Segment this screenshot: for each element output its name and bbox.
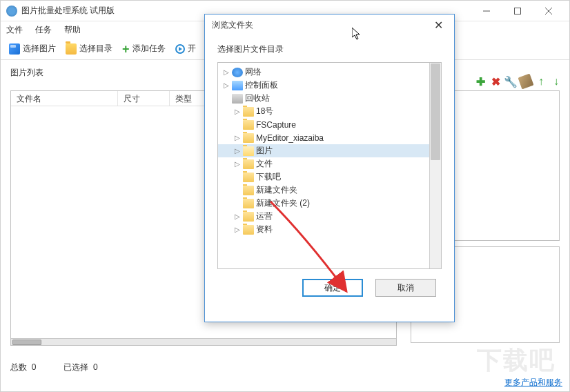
tree-item-9[interactable]: 新建文件夹 bbox=[218, 184, 441, 197]
tree-item-10[interactable]: 新建文件夹 (2) bbox=[218, 197, 441, 210]
app-icon bbox=[6, 6, 17, 17]
cancel-button[interactable]: 取消 bbox=[375, 279, 436, 297]
tree-item-0[interactable]: ▷网络 bbox=[218, 66, 441, 79]
play-icon bbox=[175, 44, 185, 54]
brush-icon[interactable] bbox=[518, 73, 533, 89]
tree-item-11[interactable]: ▷运营 bbox=[218, 210, 441, 223]
tree-item-8[interactable]: 下载吧 bbox=[218, 170, 441, 184]
folder-tree-container: ▷网络▷控制面板回收站▷18号FSCapture▷MyEditor_xiazai… bbox=[217, 62, 442, 269]
plus-icon: + bbox=[122, 44, 130, 54]
wrench-icon[interactable]: 🔧 bbox=[504, 75, 517, 88]
expander-icon[interactable]: ▷ bbox=[233, 147, 241, 155]
folder-tree[interactable]: ▷网络▷控制面板回收站▷18号FSCapture▷MyEditor_xiazai… bbox=[218, 63, 441, 239]
delete-icon[interactable]: ✖ bbox=[489, 75, 502, 88]
tree-item-3[interactable]: ▷18号 bbox=[218, 105, 441, 118]
more-products-link[interactable]: 更多产品和服务 bbox=[504, 377, 562, 389]
tree-label: 下载吧 bbox=[256, 171, 281, 183]
maximize-button[interactable] bbox=[502, 1, 533, 21]
tree-label: 回收站 bbox=[245, 92, 270, 104]
tree-item-2[interactable]: 回收站 bbox=[218, 92, 441, 105]
tree-label: 网络 bbox=[245, 66, 262, 78]
dialog-subtitle: 选择图片文件目录 bbox=[217, 43, 442, 55]
close-button[interactable] bbox=[533, 1, 564, 21]
folder-icon bbox=[243, 186, 254, 195]
add-task-button[interactable]: + 添加任务 bbox=[119, 41, 168, 56]
up-arrow-icon[interactable]: ↑ bbox=[535, 75, 547, 88]
start-label: 开 bbox=[188, 43, 196, 55]
tree-scrollbar[interactable] bbox=[429, 63, 441, 268]
tree-item-6[interactable]: ▷图片 bbox=[218, 144, 441, 157]
selected-count: 已选择 0 bbox=[63, 362, 97, 373]
dialog-title: 浏览文件夹 bbox=[212, 19, 430, 31]
folder-icon bbox=[243, 225, 254, 235]
tree-item-7[interactable]: ▷文件 bbox=[218, 157, 441, 170]
add-task-label: 添加任务 bbox=[132, 43, 166, 55]
expander-icon[interactable]: ▷ bbox=[233, 108, 241, 115]
watermark: 下载吧 bbox=[477, 344, 556, 378]
expander-icon[interactable]: ▷ bbox=[222, 81, 230, 89]
tree-label: 运营 bbox=[256, 210, 273, 222]
add-icon[interactable]: ✚ bbox=[474, 75, 487, 88]
window-controls bbox=[471, 1, 564, 21]
tree-label: 控制面板 bbox=[245, 79, 278, 91]
expander-icon[interactable] bbox=[233, 121, 241, 128]
folder-icon bbox=[243, 120, 254, 130]
start-button[interactable]: 开 bbox=[173, 41, 199, 56]
tree-label: 资料 bbox=[256, 224, 273, 235]
tree-label: 图片 bbox=[256, 145, 273, 157]
expander-icon[interactable] bbox=[233, 173, 241, 181]
expander-icon[interactable]: ▷ bbox=[233, 134, 241, 141]
total-count: 总数 0 bbox=[10, 362, 36, 373]
tree-item-4[interactable]: FSCapture bbox=[218, 118, 441, 131]
folder-icon bbox=[243, 159, 254, 169]
panel-icon bbox=[232, 81, 243, 90]
folder-icon bbox=[243, 173, 254, 182]
expander-icon[interactable]: ▷ bbox=[233, 226, 241, 233]
dialog-title-bar: 浏览文件夹 ✕ bbox=[205, 14, 454, 35]
tree-label: 18号 bbox=[256, 106, 273, 117]
folder-icon bbox=[243, 212, 254, 222]
list-scrollbar[interactable] bbox=[11, 338, 396, 345]
tree-item-5[interactable]: ▷MyEditor_xiazaiba bbox=[218, 131, 441, 144]
expander-icon[interactable]: ▷ bbox=[233, 160, 241, 168]
folder-icon bbox=[243, 146, 254, 156]
down-arrow-icon[interactable]: ↓ bbox=[550, 75, 562, 88]
select-dir-button[interactable]: 选择目录 bbox=[63, 41, 115, 56]
select-image-label: 选择图片 bbox=[23, 43, 56, 55]
right-toolbar: ✚ ✖ 🔧 ↑ ↓ bbox=[474, 75, 562, 88]
folder-icon bbox=[243, 107, 254, 117]
menu-help[interactable]: 帮助 bbox=[64, 24, 81, 36]
expander-icon[interactable]: ▷ bbox=[222, 68, 230, 76]
browse-folder-dialog: 浏览文件夹 ✕ 选择图片文件目录 ▷网络▷控制面板回收站▷18号FSCaptur… bbox=[204, 14, 455, 322]
expander-icon[interactable] bbox=[233, 186, 241, 194]
col-size[interactable]: 尺寸 bbox=[118, 91, 170, 106]
expander-icon[interactable] bbox=[233, 199, 241, 207]
select-dir-label: 选择目录 bbox=[79, 43, 112, 55]
tree-label: 新建文件夹 bbox=[256, 184, 297, 196]
dialog-close-button[interactable]: ✕ bbox=[430, 19, 447, 32]
tree-label: FSCapture bbox=[256, 120, 296, 130]
network-icon bbox=[232, 68, 243, 77]
image-icon bbox=[9, 43, 20, 55]
tree-label: MyEditor_xiazaiba bbox=[256, 133, 324, 143]
folder-icon bbox=[243, 133, 254, 143]
menu-task[interactable]: 任务 bbox=[35, 24, 52, 36]
folder-icon bbox=[243, 199, 254, 208]
dialog-body: 选择图片文件目录 ▷网络▷控制面板回收站▷18号FSCapture▷MyEdit… bbox=[205, 35, 454, 305]
folder-icon bbox=[66, 43, 77, 55]
recycle-icon bbox=[232, 94, 243, 104]
ok-button[interactable]: 确定 bbox=[302, 279, 363, 297]
tree-label: 文件 bbox=[256, 158, 273, 170]
menu-file[interactable]: 文件 bbox=[6, 24, 23, 36]
dialog-buttons: 确定 取消 bbox=[217, 269, 442, 297]
minimize-button[interactable] bbox=[471, 1, 502, 21]
svg-rect-1 bbox=[514, 8, 520, 14]
tree-item-1[interactable]: ▷控制面板 bbox=[218, 79, 441, 92]
tree-item-12[interactable]: ▷资料 bbox=[218, 223, 441, 236]
expander-icon[interactable]: ▷ bbox=[233, 213, 241, 220]
expander-icon[interactable] bbox=[222, 95, 230, 102]
col-filename[interactable]: 文件名 bbox=[11, 91, 118, 106]
select-image-button[interactable]: 选择图片 bbox=[6, 41, 59, 56]
tree-label: 新建文件夹 (2) bbox=[256, 197, 310, 209]
